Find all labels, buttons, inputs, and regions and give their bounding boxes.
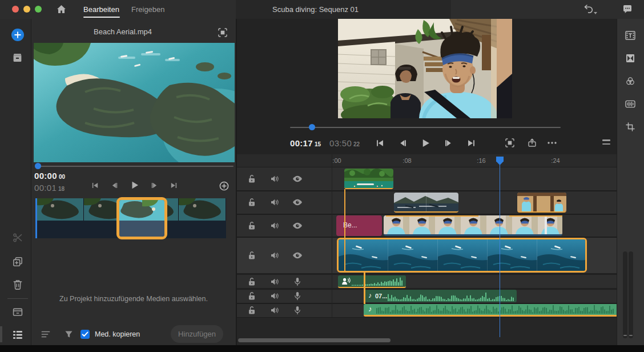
source-step-forward-button[interactable] xyxy=(151,182,158,189)
program-total-timecode: 03:5022 xyxy=(329,138,360,149)
lock-icon[interactable] xyxy=(248,306,256,315)
program-step-back-button[interactable] xyxy=(399,139,407,147)
source-preview-image xyxy=(34,43,235,162)
timeline-horizontal-scrollbar[interactable] xyxy=(238,338,391,342)
snap-guide xyxy=(344,189,346,273)
monitor-settings-icon[interactable] xyxy=(602,139,610,145)
lock-icon[interactable] xyxy=(248,291,256,301)
selection-audio-band xyxy=(119,221,164,237)
undo-icon[interactable] xyxy=(583,4,594,13)
crop-transform-icon[interactable] xyxy=(626,122,635,131)
side-scrollbar[interactable] xyxy=(629,251,633,338)
eye-icon[interactable] xyxy=(292,252,303,259)
source-skip-forward-button[interactable] xyxy=(170,182,178,189)
sort-icon[interactable] xyxy=(41,331,50,338)
voiceover-waveform xyxy=(352,277,404,286)
program-current-timecode: 00:1715 xyxy=(290,138,321,149)
program-scrubber-track[interactable] xyxy=(290,127,561,128)
add-button[interactable]: Hinzufügen xyxy=(171,325,223,343)
audio-mixer-icon[interactable] xyxy=(625,99,635,109)
color-icon[interactable] xyxy=(626,77,635,86)
selection-thumbnails xyxy=(119,200,164,221)
program-skip-back-button[interactable] xyxy=(376,139,384,147)
program-skip-forward-button[interactable] xyxy=(467,139,476,147)
add-media-button[interactable] xyxy=(11,29,24,41)
left-toolbar xyxy=(0,19,31,345)
fullscreen-icon[interactable] xyxy=(505,138,514,147)
more-options-icon[interactable] xyxy=(548,142,557,144)
duplicate-icon[interactable] xyxy=(13,257,23,267)
copy-media-checkbox[interactable] xyxy=(80,330,90,339)
clip-jungle-thumbnail xyxy=(344,169,393,189)
window-zoom-button[interactable] xyxy=(35,6,42,13)
source-scrubber-track[interactable] xyxy=(37,166,234,167)
loop-share-icon[interactable] xyxy=(528,138,537,147)
side-scrollbar[interactable] xyxy=(623,251,627,338)
filmstrip-playhead[interactable] xyxy=(35,198,37,238)
delete-icon[interactable] xyxy=(13,279,22,290)
clip-jungle[interactable] xyxy=(344,169,393,189)
playhead-line[interactable] xyxy=(500,165,501,337)
eye-icon[interactable] xyxy=(292,222,303,229)
lock-icon[interactable] xyxy=(248,221,256,230)
top-bar: Bearbeiten Freigeben Scuba diving: Seque… xyxy=(0,0,644,19)
speaker-icon[interactable] xyxy=(270,278,279,286)
lock-icon[interactable] xyxy=(248,277,256,286)
lock-icon[interactable] xyxy=(248,198,256,207)
source-scrubber-handle[interactable] xyxy=(35,163,41,169)
filmstrip-selection[interactable] xyxy=(116,197,167,239)
snap-guide xyxy=(364,273,365,304)
ruler-tick: :00 xyxy=(332,154,341,167)
clip-boats[interactable] xyxy=(394,193,458,213)
program-scrubber-handle[interactable] xyxy=(309,124,315,130)
source-total-timecode: 00:0118 xyxy=(34,183,65,193)
project-list-icon[interactable] xyxy=(13,330,23,339)
window-close-button[interactable] xyxy=(12,6,19,13)
split-scissors-icon[interactable] xyxy=(13,233,23,243)
copy-media-label: Med. kopieren xyxy=(95,330,140,339)
source-step-back-button[interactable] xyxy=(111,182,118,189)
speaker-icon[interactable] xyxy=(270,251,279,259)
undo-caret-icon[interactable] xyxy=(594,12,597,14)
lock-icon[interactable] xyxy=(248,174,256,183)
mic-icon[interactable] xyxy=(294,306,301,315)
lock-icon[interactable] xyxy=(248,251,256,260)
filter-icon[interactable] xyxy=(65,330,73,338)
mic-icon[interactable] xyxy=(294,291,301,301)
plus-icon xyxy=(14,31,21,38)
transitions-icon[interactable] xyxy=(626,54,635,63)
program-play-button[interactable] xyxy=(421,138,430,148)
window-minimize-button[interactable] xyxy=(23,6,30,13)
speaker-icon[interactable] xyxy=(270,306,279,314)
track-header-divider xyxy=(332,154,332,317)
feedback-icon[interactable] xyxy=(622,5,633,14)
fit-preview-icon[interactable] xyxy=(218,28,227,37)
titles-icon[interactable] xyxy=(625,31,635,40)
ruler-tick: :16 xyxy=(477,154,485,167)
tab-freigeben[interactable]: Freigeben xyxy=(131,0,165,19)
home-icon[interactable] xyxy=(57,5,66,14)
media-browser-icon[interactable] xyxy=(12,52,23,63)
clip-voiceover[interactable] xyxy=(338,275,406,288)
speaker-icon[interactable] xyxy=(270,222,279,230)
speaker-icon[interactable] xyxy=(270,292,279,300)
program-preview-image xyxy=(338,19,512,118)
add-to-timeline-button[interactable] xyxy=(219,181,229,191)
clip-music-1[interactable]: ♪ 07... xyxy=(364,290,517,302)
clip-house-thumbnail xyxy=(517,193,566,213)
speaker-icon[interactable] xyxy=(270,198,279,206)
eye-icon[interactable] xyxy=(292,199,303,206)
clip-music-2[interactable]: ♪ xyxy=(364,304,618,317)
source-skip-back-button[interactable] xyxy=(91,182,99,189)
clip-title[interactable]: Be... xyxy=(336,215,382,236)
clip-people[interactable] xyxy=(384,215,562,236)
export-frame-icon[interactable] xyxy=(13,307,23,317)
source-play-button[interactable] xyxy=(130,181,139,190)
mic-icon[interactable] xyxy=(294,277,301,286)
clip-aerial-selected[interactable] xyxy=(337,238,587,273)
eye-icon[interactable] xyxy=(292,175,303,182)
ruler-tick: :24 xyxy=(551,154,560,167)
clip-house[interactable] xyxy=(517,193,566,213)
program-step-forward-button[interactable] xyxy=(444,139,453,147)
speaker-icon[interactable] xyxy=(270,175,279,183)
